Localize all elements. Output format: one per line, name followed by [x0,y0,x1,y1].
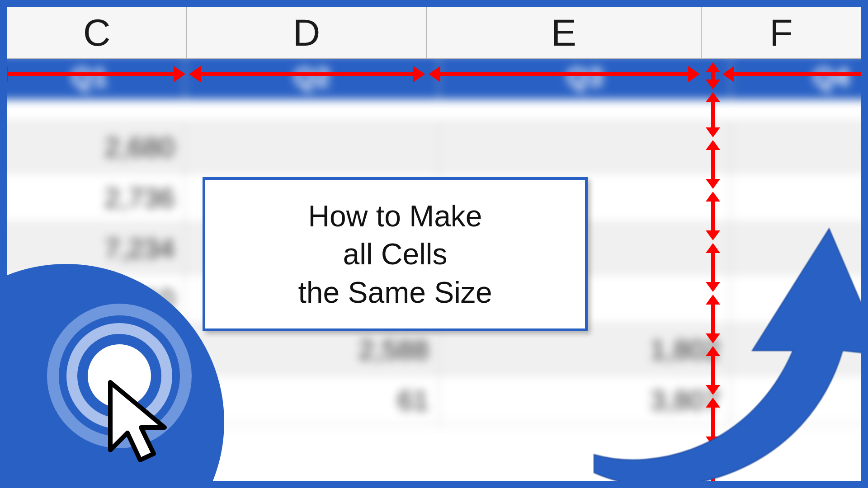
table-header-cell: Q2 [185,54,439,100]
column-header[interactable]: F [702,7,861,58]
column-header[interactable]: C [7,7,187,58]
column-header-row[interactable]: C D E F [7,7,861,59]
table-header-cell: Q3 [439,54,731,100]
table-header-cell: Q4 [731,54,868,100]
curved-arrow-icon [540,156,868,482]
column-header[interactable]: D [187,7,427,58]
thumbnail-frame: C D E F Q1 Q2 Q3 Q4 2,680 [0,0,868,488]
table-header-cell: Q1 [0,54,185,100]
title-card: How to Make all Cells the Same Size [203,177,588,331]
title-line: all Cells [223,235,567,273]
column-header[interactable]: E [427,7,702,58]
title-line: the Same Size [223,273,567,311]
cursor-icon [101,378,178,468]
title-line: How to Make [223,197,567,235]
